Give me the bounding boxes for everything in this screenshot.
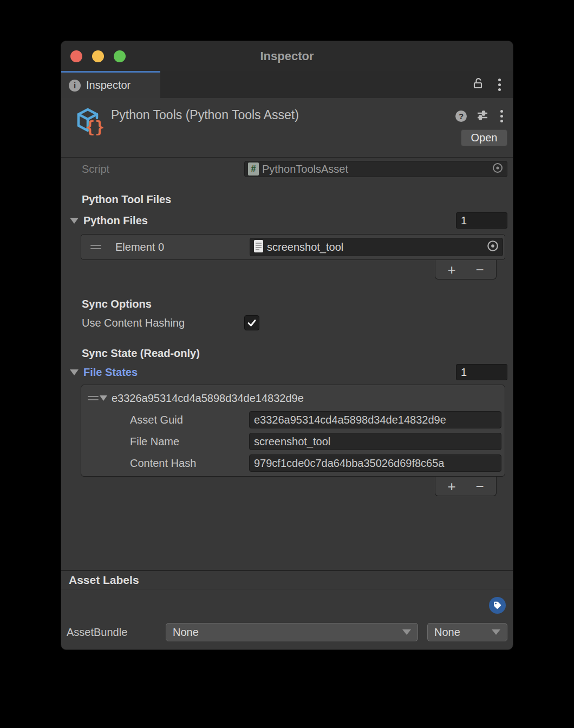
- chevron-down-icon: [492, 629, 500, 635]
- inspector-window: Inspector i Inspector: [61, 41, 513, 650]
- csharp-script-icon: #: [248, 162, 259, 176]
- file-states-label[interactable]: File States: [83, 366, 138, 379]
- use-content-hashing-row: Use Content Hashing: [61, 315, 513, 331]
- traffic-lights: [70, 41, 126, 71]
- asset-bundle-label: AssetBundle: [67, 626, 166, 639]
- element-label: Element 0: [115, 241, 250, 253]
- zoom-window-button[interactable]: [114, 50, 126, 62]
- python-tool-files-header: Python Tool Files: [61, 193, 513, 206]
- file-name-label: File Name: [130, 435, 249, 448]
- script-value: PythonToolsAsset: [262, 163, 348, 176]
- drag-handle-icon[interactable]: [90, 245, 101, 249]
- list-item[interactable]: Element 0 screenshot_tool: [83, 236, 503, 258]
- script-row: Script # PythonToolsAsset: [61, 161, 513, 177]
- foldout-open-icon[interactable]: [70, 218, 79, 224]
- list-footer: + −: [435, 260, 497, 280]
- script-object-field[interactable]: # PythonToolsAsset: [244, 161, 507, 177]
- element-object-field[interactable]: screenshot_tool: [250, 238, 503, 256]
- python-files-foldout-row: Python Files 1: [61, 212, 513, 229]
- sync-state-header: Sync State (Read-only): [61, 347, 513, 360]
- help-icon[interactable]: ?: [455, 110, 467, 122]
- asset-bundle-variant-value: None: [434, 626, 460, 639]
- foldout-open-icon[interactable]: [100, 395, 107, 401]
- remove-file-state-button[interactable]: −: [468, 479, 492, 493]
- file-states-size-field[interactable]: 1: [456, 364, 507, 380]
- file-name-field[interactable]: screenshot_tool: [249, 433, 501, 450]
- sync-options-header: Sync Options: [61, 298, 513, 310]
- info-icon: i: [69, 80, 81, 92]
- asset-labels-bar[interactable]: Asset Labels: [61, 570, 513, 589]
- minimize-window-button[interactable]: [92, 50, 104, 62]
- file-state-guid-title: e3326a95314cd4a5898d34de14832d9e: [112, 392, 304, 405]
- python-files-size-field[interactable]: 1: [456, 212, 507, 229]
- file-states-list: e3326a95314cd4a5898d34de14832d9e Asset G…: [81, 385, 505, 477]
- use-content-hashing-checkbox[interactable]: [244, 315, 259, 330]
- python-files-label[interactable]: Python Files: [83, 214, 148, 227]
- text-asset-icon: [253, 239, 264, 255]
- header-menu-kebab-icon[interactable]: [498, 108, 505, 125]
- close-window-button[interactable]: [70, 50, 82, 62]
- unlock-icon[interactable]: [471, 76, 485, 93]
- file-states-footer: + −: [435, 477, 497, 496]
- svg-text:{}: {}: [85, 118, 103, 136]
- foldout-open-icon[interactable]: [70, 369, 79, 375]
- add-element-button[interactable]: +: [440, 263, 464, 277]
- asset-bundle-row: AssetBundle None None: [67, 623, 507, 641]
- script-label: Script: [82, 163, 244, 176]
- file-states-foldout-row: File States 1: [61, 364, 513, 380]
- asset-bundle-variant-dropdown[interactable]: None: [427, 623, 507, 641]
- tag-icon: [492, 600, 503, 610]
- asset-title: Python Tools (Python Tools Asset): [111, 108, 299, 122]
- use-content-hashing-label: Use Content Hashing: [82, 317, 244, 329]
- titlebar: Inspector: [61, 41, 513, 71]
- remove-element-button[interactable]: −: [468, 263, 492, 277]
- tab-menu-kebab-icon[interactable]: [496, 76, 503, 93]
- chevron-down-icon: [402, 629, 411, 635]
- tab-inspector[interactable]: i Inspector: [61, 71, 160, 98]
- file-name-row: File Name screenshot_tool: [81, 433, 501, 450]
- element-value: screenshot_tool: [267, 241, 343, 253]
- asset-bundle-value: None: [173, 626, 199, 639]
- python-files-list: Element 0 screenshot_tool: [81, 234, 505, 260]
- object-picker-icon[interactable]: [492, 162, 504, 176]
- content-hash-field[interactable]: 979cf1cde0c7da64bba35026d69f8c65a: [249, 454, 501, 472]
- asset-guid-label: Asset Guid: [130, 414, 249, 426]
- asset-guid-field[interactable]: e3326a95314cd4a5898d34de14832d9e: [249, 411, 501, 428]
- asset-labels-footer: AssetBundle None None: [61, 589, 513, 646]
- label-tag-button[interactable]: [489, 597, 506, 614]
- content-hash-label: Content Hash: [130, 457, 249, 470]
- presets-icon[interactable]: [476, 109, 489, 124]
- tab-strip: i Inspector: [61, 71, 513, 98]
- add-file-state-button[interactable]: +: [440, 479, 464, 493]
- python-tools-asset-icon: {}: [73, 106, 103, 138]
- content-hash-row: Content Hash 979cf1cde0c7da64bba35026d69…: [81, 454, 501, 472]
- file-state-entry-header[interactable]: e3326a95314cd4a5898d34de14832d9e: [81, 389, 501, 407]
- checkmark-icon: [246, 317, 257, 328]
- asset-labels-title: Asset Labels: [69, 574, 139, 587]
- asset-guid-row: Asset Guid e3326a95314cd4a5898d34de14832…: [81, 411, 501, 428]
- window-title: Inspector: [260, 49, 314, 63]
- open-button[interactable]: Open: [461, 129, 507, 146]
- tab-label: Inspector: [86, 79, 131, 92]
- asset-header: {} Python Tools (Python Tools Asset) ? O…: [61, 98, 513, 158]
- object-picker-icon[interactable]: [486, 239, 499, 255]
- asset-bundle-dropdown[interactable]: None: [166, 623, 418, 641]
- drag-handle-icon[interactable]: [88, 396, 99, 400]
